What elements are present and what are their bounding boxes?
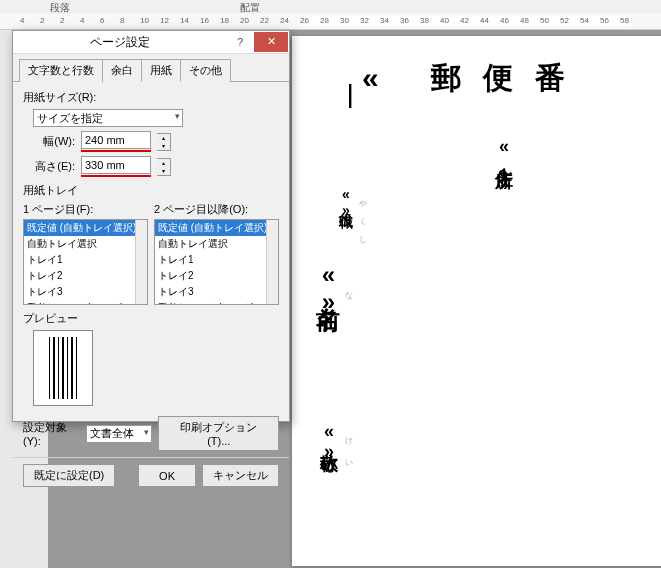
list-item[interactable]: 手差しトレイ(マルチ)	[24, 300, 147, 305]
list-item[interactable]: 既定値 (自動トレイ選択)	[155, 220, 278, 236]
dialog-titlebar[interactable]: ページ設定 ? ✕	[13, 31, 289, 54]
tray-group-label: 用紙トレイ	[23, 183, 279, 198]
list-item[interactable]: 自動トレイ選択	[24, 236, 147, 252]
paper-size-label: 用紙サイズ(R):	[23, 90, 279, 105]
dialog-title: ページ設定	[13, 34, 226, 51]
suffix-field: «敬称»	[317, 421, 341, 461]
ribbon-label-layout: 配置	[240, 1, 260, 15]
name-field: «名前»	[312, 261, 344, 315]
ribbon-group-labels: 段落 配置	[0, 0, 661, 14]
tab-paper[interactable]: 用紙	[141, 59, 181, 82]
ok-button[interactable]: OK	[138, 464, 196, 487]
width-input[interactable]	[81, 131, 151, 149]
tab-margins[interactable]: 余白	[102, 59, 142, 82]
help-button[interactable]: ?	[226, 32, 254, 52]
height-label: 高さ(E):	[33, 159, 75, 174]
paper-size-select[interactable]	[33, 109, 183, 127]
page-setup-dialog: ページ設定 ? ✕ 文字数と行数 余白 用紙 その他 用紙サイズ(R): 幅(W…	[12, 30, 290, 422]
address-field: «住所１»	[492, 136, 516, 194]
page: « 郵便番 ― «住所１» «役職» や く し «名前» な «敬称» け い	[292, 36, 661, 566]
horizontal-ruler: 4224681012141618202224262830323436384042…	[0, 14, 661, 30]
set-default-button[interactable]: 既定に設定(D)	[23, 464, 115, 487]
postal-field: « 郵便番	[362, 58, 587, 99]
dialog-tabs: 文字数と行数 余白 用紙 その他	[13, 54, 289, 82]
preview-label: プレビュー	[23, 311, 279, 326]
close-button[interactable]: ✕	[254, 32, 288, 52]
tab-chars-lines[interactable]: 文字数と行数	[19, 59, 103, 82]
width-label: 幅(W):	[33, 134, 75, 149]
list-item[interactable]: トレイ1	[155, 252, 278, 268]
list-item[interactable]: トレイ3	[155, 284, 278, 300]
tray-col1-label: 1 ページ目(F):	[23, 202, 148, 217]
list-item[interactable]: トレイ3	[24, 284, 147, 300]
ribbon-label-paragraph: 段落	[50, 1, 70, 15]
list-item[interactable]: トレイ1	[24, 252, 147, 268]
scrollbar[interactable]	[266, 220, 278, 304]
list-item[interactable]: 自動トレイ選択	[155, 236, 278, 252]
tray-list-2[interactable]: 既定値 (自動トレイ選択) 自動トレイ選択 トレイ1 トレイ2 トレイ3 手差し…	[154, 219, 279, 305]
preview-thumbnail	[33, 330, 93, 406]
tab-other[interactable]: その他	[180, 59, 231, 82]
height-input[interactable]	[81, 156, 151, 174]
width-spinner[interactable]: ▴▾	[157, 133, 171, 151]
list-item[interactable]: トレイ2	[24, 268, 147, 284]
list-item[interactable]: 既定値 (自動トレイ選択)	[24, 220, 147, 236]
tray-col2-label: 2 ページ目以降(O):	[154, 202, 279, 217]
cancel-button[interactable]: キャンセル	[202, 464, 279, 487]
apply-to-label: 設定対象(Y):	[23, 420, 82, 447]
tray-list-1[interactable]: 既定値 (自動トレイ選択) 自動トレイ選択 トレイ1 トレイ2 トレイ3 手差し…	[23, 219, 148, 305]
dash-mark: ―	[338, 84, 366, 108]
print-options-button[interactable]: 印刷オプション(T)...	[158, 416, 279, 451]
role-field: «役職»	[337, 186, 355, 218]
apply-to-select[interactable]	[86, 425, 152, 443]
scrollbar[interactable]	[135, 220, 147, 304]
height-spinner[interactable]: ▴▾	[157, 158, 171, 176]
list-item[interactable]: 手差しトレイ(マルチ)	[155, 300, 278, 305]
list-item[interactable]: トレイ2	[155, 268, 278, 284]
